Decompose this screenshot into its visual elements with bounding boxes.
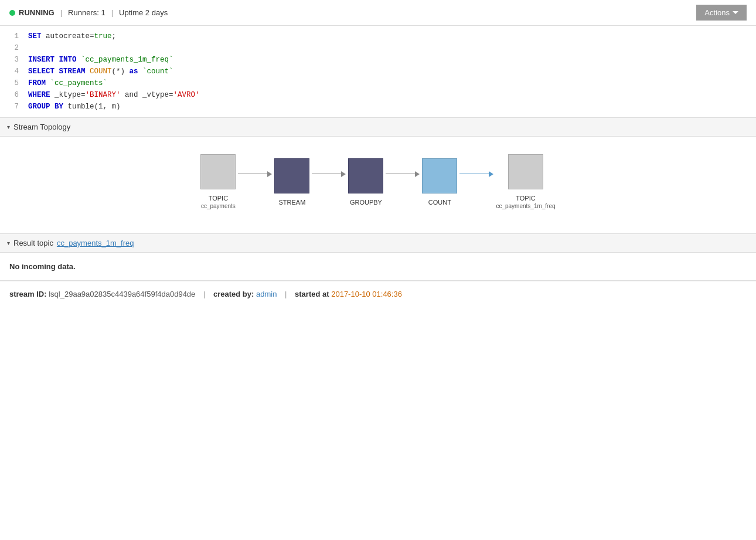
status-label: RUNNING — [19, 8, 55, 17]
code-line-3: 3 INSERT INTO `cc_payments_1m_freq` — [0, 54, 756, 66]
topo-arrow-1 — [238, 171, 272, 177]
code-text-2 — [28, 42, 33, 54]
topo-label-topic-source: TOPIC cc_payments — [201, 194, 236, 210]
topo-box-topic-dest — [508, 154, 543, 189]
line-num-3: 3 — [5, 54, 19, 66]
topo-node-title-count: COUNT — [428, 198, 451, 206]
topology-section-label: Stream Topology — [13, 123, 70, 131]
result-section-header: ▾ Result topic cc_payments_1m_freq — [0, 234, 756, 253]
code-text-4: SELECT STREAM COUNT(*) as `count` — [28, 66, 173, 77]
topo-arrow-4 — [459, 171, 493, 177]
topology-section-header[interactable]: ▾ Stream Topology — [0, 118, 756, 137]
topo-arrow-2 — [312, 171, 346, 177]
code-text-5: FROM `cc_payments` — [28, 77, 107, 89]
code-line-2: 2 — [0, 42, 756, 54]
actions-label: Actions — [704, 8, 730, 17]
result-section-label: Result topic — [13, 239, 53, 247]
footer-sep-1: | — [203, 290, 205, 298]
status-dot — [9, 10, 15, 16]
started-at-val: 2017-10-10 01:46:36 — [331, 290, 402, 298]
topo-box-stream — [274, 158, 309, 193]
line-num-7: 7 — [5, 101, 19, 113]
result-topic-link[interactable]: cc_payments_1m_freq — [57, 239, 134, 247]
topo-node-stream: STREAM — [274, 158, 309, 206]
topo-node-title-groupby: GROUPBY — [350, 198, 382, 206]
stream-id-key: stream ID: — [9, 290, 47, 298]
result-section: ▾ Result topic cc_payments_1m_freq No in… — [0, 234, 756, 281]
line-num-4: 4 — [5, 66, 19, 77]
code-line-6: 6 WHERE _ktype='BINARY' and _vtype='AVRO… — [0, 89, 756, 101]
code-block: 1 SET autocreate=true; 2 3 INSERT INTO `… — [0, 26, 756, 118]
topo-node-topic-source: TOPIC cc_payments — [200, 154, 236, 210]
code-line-5: 5 FROM `cc_payments` — [0, 77, 756, 89]
runners-label: Runners: 1 — [68, 8, 105, 17]
arrow-head-4 — [489, 171, 493, 177]
arrow-head-2 — [341, 171, 346, 177]
topo-node-count: COUNT — [422, 158, 457, 206]
no-data-label: No incoming data. — [0, 253, 756, 280]
topo-node-title-stream: STREAM — [278, 198, 305, 206]
stream-id-val: lsql_29aa9a02835c4439a64f59f4da0d94de — [49, 290, 195, 298]
topo-label-topic-dest: TOPIC cc_payments_1m_freq — [496, 194, 555, 210]
topo-arrow-3 — [386, 171, 420, 177]
started-at-key: started at — [295, 290, 329, 298]
line-num-1: 1 — [5, 30, 19, 42]
arrow-line-4 — [459, 174, 489, 174]
code-line-1: 1 SET autocreate=true; — [0, 30, 756, 42]
topo-label-stream: STREAM — [278, 198, 305, 206]
header-sep-2: | — [111, 8, 113, 17]
topology-diagram: TOPIC cc_payments STREAM GROUPBY — [200, 154, 555, 210]
topo-node-sublabel-source: cc_payments — [201, 202, 236, 210]
code-text-6: WHERE _ktype='BINARY' and _vtype='AVRO' — [28, 89, 200, 101]
actions-button[interactable]: Actions — [696, 5, 747, 21]
topo-label-count: COUNT — [428, 198, 451, 206]
code-line-4: 4 SELECT STREAM COUNT(*) as `count` — [0, 66, 756, 77]
line-num-6: 6 — [5, 89, 19, 101]
header-bar: RUNNING | Runners: 1 | Uptime 2 days Act… — [0, 0, 756, 26]
arrow-line-1 — [238, 174, 267, 174]
line-num-5: 5 — [5, 77, 19, 89]
topo-node-topic-dest: TOPIC cc_payments_1m_freq — [496, 154, 555, 210]
topo-node-title-source: TOPIC — [201, 194, 236, 202]
code-text-3: INSERT INTO `cc_payments_1m_freq` — [28, 54, 173, 66]
result-chevron-icon: ▾ — [7, 240, 10, 246]
topo-box-groupby — [348, 158, 383, 193]
code-text-7: GROUP BY tumble(1, m) — [28, 101, 121, 113]
uptime-label: Uptime 2 days — [119, 8, 168, 17]
footer-sep-2: | — [285, 290, 287, 298]
topo-label-groupby: GROUPBY — [350, 198, 382, 206]
actions-caret-icon — [733, 11, 738, 14]
topo-node-title-dest: TOPIC — [496, 194, 555, 202]
line-num-2: 2 — [5, 42, 19, 54]
topology-area: TOPIC cc_payments STREAM GROUPBY — [0, 137, 756, 234]
arrow-line-3 — [386, 174, 415, 174]
arrow-line-2 — [312, 174, 341, 174]
topology-chevron-icon: ▾ — [7, 124, 10, 130]
arrow-head-3 — [415, 171, 420, 177]
created-by-val: admin — [256, 290, 277, 298]
created-by-key: created by: — [213, 290, 254, 298]
topo-node-groupby: GROUPBY — [348, 158, 383, 206]
code-line-7: 7 GROUP BY tumble(1, m) — [0, 101, 756, 113]
topo-box-topic-source — [200, 154, 236, 189]
topo-box-count — [422, 158, 457, 193]
topo-node-sublabel-dest: cc_payments_1m_freq — [496, 202, 555, 210]
footer-bar: stream ID: lsql_29aa9a02835c4439a64f59f4… — [0, 281, 756, 307]
arrow-head-1 — [267, 171, 272, 177]
code-text-1: SET autocreate=true; — [28, 30, 116, 42]
header-sep-1: | — [60, 8, 62, 17]
